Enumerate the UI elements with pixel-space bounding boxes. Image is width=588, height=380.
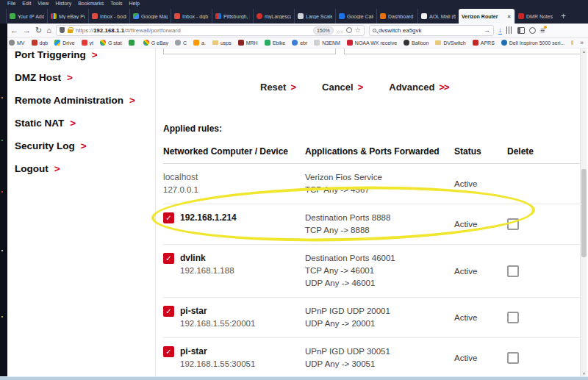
device-address: 192.168.1.188	[180, 265, 234, 277]
page-actions-icon[interactable]: …	[337, 26, 343, 34]
enabled-checkbox[interactable]: ✓	[163, 346, 174, 357]
bookmark-item[interactable]: N3ENM	[314, 40, 340, 46]
bookmark-item[interactable]: a.	[193, 40, 206, 46]
application-select-field[interactable]	[344, 49, 581, 54]
bookmark-item[interactable]: Ebike	[265, 40, 286, 46]
browser-tab[interactable]: AOL Mail (6)	[417, 9, 459, 24]
delete-cell	[507, 218, 581, 230]
search-bar[interactable]: →	[369, 25, 494, 36]
enabled-checkbox[interactable]: ✓	[163, 253, 174, 264]
forward-icon[interactable]: →	[23, 24, 31, 37]
search-input[interactable]	[379, 27, 481, 34]
tab-title: Google Map	[141, 14, 168, 19]
enabled-checkbox[interactable]: ✓	[163, 306, 174, 317]
taskbar-edge	[0, 376, 588, 380]
close-icon[interactable]: ×	[506, 13, 512, 20]
device-select-field[interactable]	[163, 49, 336, 54]
tab-strip: Your IP Add My eBay Pur Inbox - bodn	[6, 9, 556, 24]
new-tab-button[interactable]: +	[556, 11, 571, 24]
url-bar[interactable]: https://192.168.1.1/#/firewall/portforwa…	[56, 25, 365, 36]
bookmark-item[interactable]: DVSwitch	[435, 40, 465, 46]
browser-tab[interactable]: Google Map	[129, 9, 171, 24]
form-button[interactable]: Advanced>>	[389, 82, 448, 93]
bookmark-item[interactable]: MV	[9, 40, 25, 46]
bookmarks-overflow-icon[interactable]: »	[580, 39, 584, 46]
back-icon[interactable]: ←	[10, 24, 18, 37]
menu-item[interactable]: Bookmarks	[78, 0, 104, 7]
hamburger-menu-icon[interactable]: ≡	[540, 26, 545, 35]
browser-tab[interactable]: Large Scale C	[294, 9, 335, 24]
port-rule-line: UDP Any -> 46001	[305, 277, 454, 290]
form-button[interactable]: Cancel>	[322, 82, 362, 93]
sidebar-item[interactable]: Static NAT>	[15, 117, 151, 130]
browser-tab[interactable]: Inbox - bodn	[88, 9, 129, 24]
form-button[interactable]: Reset>	[260, 82, 295, 93]
bookmark-item[interactable]	[129, 40, 137, 46]
menu-item[interactable]: File	[7, 0, 15, 7]
scroll-up-icon[interactable]: ▲	[581, 49, 587, 54]
browser-tab[interactable]: Inbox - dgb	[171, 9, 212, 24]
browser-tab[interactable]: Your IP Add	[6, 9, 47, 24]
delete-checkbox[interactable]	[507, 218, 519, 230]
status-cell: Active	[454, 267, 507, 276]
menu-item[interactable]: Tools	[110, 0, 122, 7]
bookmark-item[interactable]: ebr	[292, 40, 307, 46]
lock-icon[interactable]	[68, 29, 73, 33]
bookmark-item[interactable]: G stat	[100, 40, 122, 46]
folder-icon	[212, 40, 218, 45]
sidebars-icon[interactable]	[517, 27, 525, 34]
reload-icon[interactable]: ↻	[35, 24, 42, 37]
bookmark-item[interactable]: AnyTone	[571, 40, 573, 46]
search-go-icon[interactable]: →	[484, 26, 490, 34]
bookmark-item[interactable]: dgb	[32, 40, 49, 46]
delete-checkbox[interactable]	[507, 312, 519, 323]
pocket-icon[interactable]	[346, 27, 352, 33]
port-rule-line: UPnP IGD UDP 30051	[305, 345, 454, 358]
downloads-icon[interactable]: ↓	[498, 26, 502, 35]
zoom-level-badge[interactable]: 150%	[313, 26, 334, 35]
sidebar-item[interactable]: Remote Administration>	[15, 94, 151, 107]
menu-item[interactable]: Edit	[22, 0, 31, 7]
home-icon[interactable]: ⌂	[46, 24, 51, 37]
sidebar-item[interactable]: DMZ Host>	[15, 71, 151, 85]
scrollbar-thumb[interactable]	[581, 169, 587, 257]
bookmark-item[interactable]: yt	[82, 40, 93, 46]
bookmark-item[interactable]: usps	[212, 40, 232, 46]
bookmark-label: C	[183, 40, 187, 46]
delete-checkbox[interactable]	[507, 265, 519, 277]
bookmark-item[interactable]: Dell Inspiron 5000 seri...	[501, 40, 564, 46]
device-name: localhost	[163, 171, 198, 184]
enabled-checkbox[interactable]: ✓	[163, 212, 174, 223]
delete-checkbox[interactable]	[507, 352, 519, 364]
bookmark-item[interactable]: G eBay	[143, 40, 168, 46]
browser-tab[interactable]: Google Cale	[335, 9, 376, 24]
browser-tab[interactable]: myLargescal	[253, 9, 294, 24]
sidebar-item[interactable]: Logout>	[15, 162, 151, 176]
sidebar-item[interactable]: Port Triggering>	[15, 49, 151, 62]
browser-tab[interactable]: Verizon Router ×	[459, 9, 514, 24]
menu-item[interactable]: History	[55, 0, 71, 7]
bookmark-item[interactable]: APRS	[473, 40, 495, 46]
bookmark-item[interactable]: Drive	[54, 40, 74, 46]
library-icon[interactable]	[506, 26, 513, 34]
tracking-shield-icon[interactable]	[60, 27, 65, 33]
bookmark-star-icon[interactable]: ☆	[355, 26, 361, 34]
account-icon[interactable]	[529, 27, 536, 34]
tab-title: Inbox - dgb	[182, 14, 209, 19]
browser-tab[interactable]: Dashboard |	[376, 9, 417, 24]
browser-tab[interactable]: My eBay Pur	[47, 9, 88, 24]
bookmark-item[interactable]: C	[175, 40, 187, 46]
menu-item[interactable]: Help	[129, 0, 140, 7]
scroll-down-icon[interactable]: ▼	[581, 371, 587, 376]
browser-tab[interactable]: Pittsburgh, P	[212, 9, 253, 24]
delete-cell	[507, 352, 581, 364]
background-window-specks	[1, 97, 3, 98]
browser-tab[interactable]: DMR Notes	[514, 9, 556, 24]
bookmark-item[interactable]: NOAA WX receive	[347, 40, 397, 46]
menu-item[interactable]: View	[37, 0, 49, 7]
sidebar-item[interactable]: Security Log>	[15, 140, 151, 153]
bookmark-item[interactable]: Balloon	[404, 40, 429, 46]
bookmark-item[interactable]: MRH	[238, 40, 258, 46]
form-button[interactable]: Add+	[176, 75, 234, 98]
vertical-scrollbar[interactable]: ▲ ▼	[580, 49, 587, 376]
